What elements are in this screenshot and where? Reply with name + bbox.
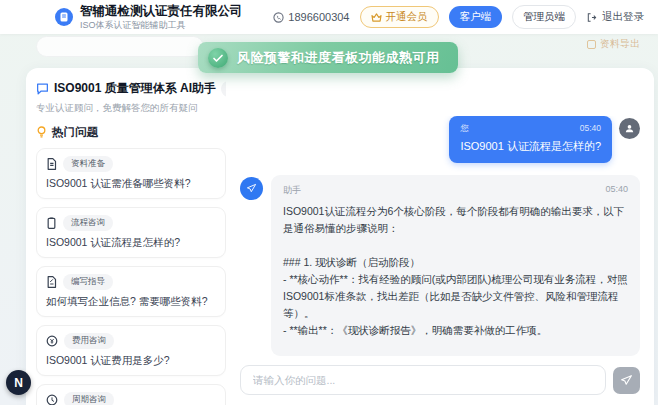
phone-number-text: 1896600304 <box>288 11 349 23</box>
question-text: ISO9001 认证需准备哪些资料? <box>46 177 216 191</box>
assistant-message: 助手 05:40 ISO9001认证流程分为6个核心阶段，每个阶段都有明确的输出… <box>240 175 640 356</box>
header-actions: 1896600304 开通会员 客户端 管理员端 退出登录 <box>273 5 644 29</box>
assistant-title: ISO9001 质量管理体系 AI助手 <box>54 80 216 97</box>
app-subtitle: ISO体系认证智能辅助工具 <box>80 20 243 31</box>
assistant-subtitle: 专业认证顾问，免费解答您的所有疑问 <box>36 102 226 115</box>
chat-panel: 您 05:40 ISO9001 认证流程是怎样的? 助手 05:40 <box>236 80 648 405</box>
logout-label: 退出登录 <box>602 10 644 24</box>
toast-message: 风险预警和进度看板功能成熟可用 <box>237 49 440 67</box>
document-icon <box>46 158 57 170</box>
user-message: 您 05:40 ISO9001 认证流程是怎样的? <box>449 116 640 163</box>
background-toolbar-remnant <box>36 36 204 57</box>
export-label: 资料导出 <box>600 37 640 51</box>
open-membership-label: 开通会员 <box>386 10 428 24</box>
question-tag: 费用咨询 <box>64 333 114 349</box>
export-icon <box>587 40 596 49</box>
main-panel: ISO9001 质量管理体系 AI助手 无限次使用 专业认证顾问，免费解答您的所… <box>26 68 654 405</box>
question-tag: 流程咨询 <box>63 215 113 231</box>
message-list: 您 05:40 ISO9001 认证流程是怎样的? 助手 05:40 <box>240 116 640 356</box>
lightbulb-icon <box>36 126 47 139</box>
company-name: 智辅通检测认证责任有限公司 <box>80 4 243 19</box>
client-button[interactable]: 客户端 <box>449 6 503 28</box>
question-card-materials[interactable]: 资料准备 ISO9001 认证需准备哪些资料? <box>36 148 226 199</box>
send-button[interactable] <box>613 367 640 394</box>
phone-number: 1896600304 <box>273 11 349 23</box>
question-card-writing[interactable]: 编写指导 如何填写企业信息? 需要哪些资料? <box>36 266 226 317</box>
question-tag: 资料准备 <box>63 156 113 172</box>
question-tag: 编写指导 <box>63 274 113 290</box>
company-logo-icon <box>55 8 73 26</box>
title-block: 智辅通检测认证责任有限公司 ISO体系认证智能辅助工具 <box>80 4 243 31</box>
question-card-cost[interactable]: 费用咨询 ISO9001 认证费用是多少? <box>36 325 226 376</box>
clipboard-icon <box>46 217 57 229</box>
edit-document-icon <box>46 276 57 288</box>
usage-badge: 无限次使用 <box>221 81 226 97</box>
assistant-bubble: 助手 05:40 ISO9001认证流程分为6个核心阶段，每个阶段都有明确的输出… <box>271 175 640 356</box>
question-input[interactable] <box>240 365 606 395</box>
hot-questions-title: 热门问题 <box>52 125 98 140</box>
phone-icon <box>273 12 284 23</box>
assistant-sidebar: ISO9001 质量管理体系 AI助手 无限次使用 专业认证顾问，免费解答您的所… <box>36 80 226 405</box>
question-text: 如何填写企业信息? 需要哪些资料? <box>46 295 216 309</box>
question-tag: 周期咨询 <box>64 392 114 405</box>
app-header: 智辅通检测认证责任有限公司 ISO体系认证智能辅助工具 1896600304 开… <box>0 0 658 34</box>
open-membership-button[interactable]: 开通会员 <box>360 6 439 28</box>
background-export-remnant: 资料导出 <box>587 37 640 51</box>
question-card-process[interactable]: 流程咨询 ISO9001 认证流程是怎样的? <box>36 207 226 258</box>
assistant-message-text: ISO9001认证流程分为6个核心阶段，每个阶段都有明确的输出要求，以下是通俗易… <box>283 203 628 356</box>
logout-button[interactable]: 退出登录 <box>586 10 644 24</box>
assistant-avatar <box>240 177 263 200</box>
user-avatar <box>619 118 640 139</box>
check-icon <box>208 48 228 68</box>
question-text: ISO9001 认证费用是多少? <box>46 354 216 368</box>
user-name: 您 <box>460 123 469 135</box>
user-message-text: ISO9001 认证流程是怎样的? <box>460 139 601 154</box>
assistant-message-time: 05:40 <box>605 184 628 197</box>
user-message-time: 05:40 <box>580 123 601 135</box>
brand-block: 智辅通检测认证责任有限公司 ISO体系认证智能辅助工具 <box>55 4 243 31</box>
success-toast: 风险预警和进度看板功能成熟可用 <box>198 42 458 73</box>
chat-input-row <box>240 356 640 395</box>
logout-icon <box>586 12 597 23</box>
chat-bubble-icon <box>36 83 49 95</box>
clock-icon <box>46 394 58 405</box>
floating-widget-button[interactable]: N <box>6 370 31 395</box>
question-card-duration[interactable]: 周期咨询 认证周期需要多长时间? <box>36 384 226 405</box>
admin-button[interactable]: 管理员端 <box>512 5 576 29</box>
crown-icon <box>371 13 382 22</box>
hot-questions-list: 资料准备 ISO9001 认证需准备哪些资料? 流程咨询 ISO9001 认证流… <box>36 148 226 405</box>
assistant-name: 助手 <box>283 184 301 197</box>
fee-icon <box>46 335 58 347</box>
question-text: ISO9001 认证流程是怎样的? <box>46 236 216 250</box>
user-bubble: 您 05:40 ISO9001 认证流程是怎样的? <box>449 116 612 163</box>
